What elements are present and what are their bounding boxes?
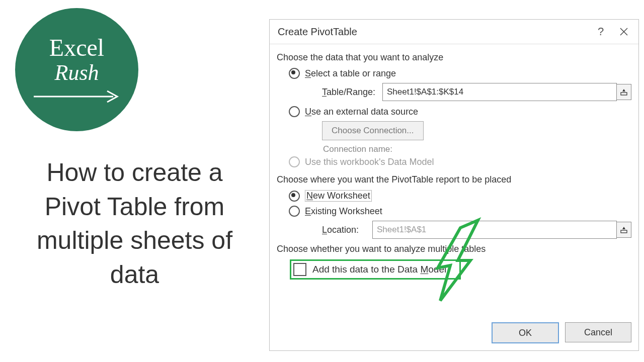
- dialog-title: Create PivotTable: [278, 26, 357, 38]
- radio-label: New Worksheet: [305, 190, 372, 202]
- svg-rect-5: [621, 230, 627, 233]
- section-analyze-label: Choose the data that you want to analyze: [277, 52, 631, 63]
- collapse-dialog-icon: [620, 226, 627, 233]
- radio-existing-worksheet[interactable]: Existing Worksheet: [289, 206, 631, 217]
- section-multiple-tables-label: Choose whether you want to analyze multi…: [277, 244, 631, 254]
- svg-marker-6: [622, 227, 625, 229]
- radio-label: Use this workbook's Data Model: [305, 157, 434, 167]
- location-input[interactable]: Sheet1!$A$1: [372, 221, 617, 239]
- dialog-titlebar: Create PivotTable ?: [270, 20, 638, 44]
- location-picker-button[interactable]: [617, 222, 631, 238]
- checkbox-label: Add this data to the Data Model: [312, 264, 446, 275]
- radio-icon: [289, 68, 300, 79]
- arrow-right-icon: [33, 89, 121, 104]
- radio-external-source[interactable]: Use an external data source: [289, 106, 631, 117]
- radio-label: Existing Worksheet: [305, 206, 382, 217]
- brand-logo-line1: Excel: [49, 36, 104, 60]
- close-button[interactable]: [612, 22, 635, 42]
- svg-marker-4: [622, 89, 625, 92]
- radio-icon: [289, 206, 300, 217]
- help-button[interactable]: ?: [589, 22, 612, 42]
- radio-select-table-range[interactable]: Select a table or range: [289, 68, 631, 79]
- radio-label: Select a table or range: [305, 68, 396, 79]
- radio-icon: [289, 106, 300, 117]
- radio-label: Use an external data source: [305, 107, 418, 117]
- radio-icon: [289, 191, 300, 202]
- brand-logo-line2: Rush: [55, 62, 99, 84]
- radio-new-worksheet[interactable]: New Worksheet: [289, 190, 631, 202]
- create-pivottable-dialog: Create PivotTable ? Choose the data that…: [269, 19, 639, 351]
- checkbox-add-to-data-model[interactable]: Add this data to the Data Model: [290, 259, 461, 280]
- section-placement-label: Choose where you want the PivotTable rep…: [277, 174, 631, 185]
- brand-logo: Excel Rush: [15, 8, 138, 131]
- location-label: Location:: [322, 225, 372, 235]
- page-headline: How to create a Pivot Table from multipl…: [15, 156, 254, 292]
- range-picker-button[interactable]: [617, 84, 631, 100]
- connection-name-label: Connection name:: [323, 144, 631, 154]
- svg-rect-3: [621, 93, 627, 95]
- cancel-button[interactable]: Cancel: [565, 322, 631, 342]
- table-range-label: Table/Range:: [322, 87, 382, 98]
- table-range-input[interactable]: Sheet1!$A$1:$K$14: [382, 83, 617, 101]
- radio-workbook-data-model: Use this workbook's Data Model: [289, 156, 631, 167]
- radio-icon: [289, 156, 300, 167]
- ok-button[interactable]: OK: [492, 322, 559, 343]
- choose-connection-button[interactable]: Choose Connection...: [322, 121, 424, 140]
- checkbox-icon: [293, 263, 306, 276]
- collapse-dialog-icon: [620, 88, 627, 96]
